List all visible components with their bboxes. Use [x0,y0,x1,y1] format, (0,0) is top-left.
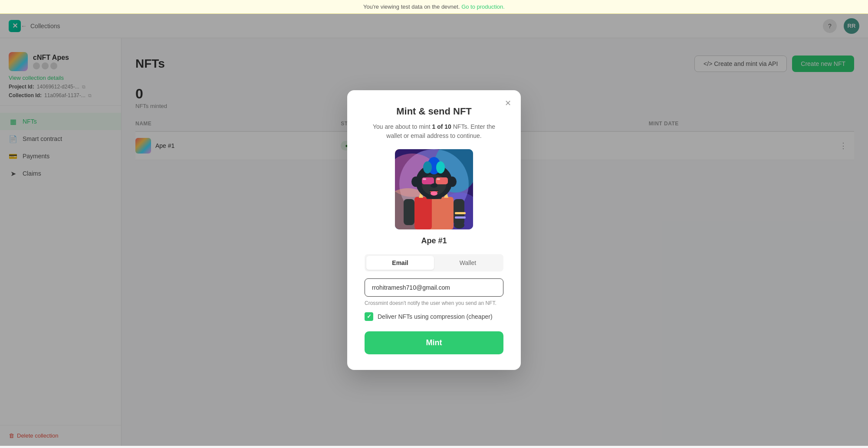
modal-nft-name: Ape #1 [365,236,503,245]
banner-link[interactable]: Go to production. [461,3,505,10]
compression-checkbox[interactable] [365,312,373,321]
modal: ✕ Mint & send NFT You are about to mint … [347,90,521,370]
compression-checkbox-row: Deliver NFTs using compression (cheaper) [365,312,503,321]
svg-point-25 [423,161,432,173]
svg-point-29 [454,222,464,229]
svg-point-23 [448,177,457,187]
compression-label: Deliver NFTs using compression (cheaper) [378,313,493,320]
svg-rect-18 [423,178,426,180]
svg-rect-31 [455,216,466,219]
modal-title: Mint & send NFT [365,106,503,117]
tab-switcher: Email Wallet [365,254,503,271]
nft-preview [395,149,473,229]
top-banner: You're viewing test data on the devnet. … [0,0,868,14]
modal-overlay: ✕ Mint & send NFT You are about to mint … [0,14,868,446]
input-notice: Crossmint doesn't notify the user when y… [365,300,503,306]
svg-point-21 [431,191,437,196]
svg-point-26 [436,161,445,173]
tab-email-button[interactable]: Email [366,256,434,270]
banner-text: You're viewing test data on the devnet. [363,3,460,10]
email-input[interactable] [365,278,503,297]
svg-rect-27 [404,199,414,225]
svg-point-20 [431,183,437,188]
modal-close-button[interactable]: ✕ [502,97,514,109]
svg-rect-19 [437,178,440,180]
svg-rect-7 [414,197,432,229]
svg-rect-30 [455,212,466,214]
tab-wallet-button[interactable]: Wallet [434,256,502,270]
modal-subtitle: You are about to mint 1 of 10 NFTs. Ente… [365,122,503,141]
svg-point-22 [411,177,420,187]
subtitle-pre: You are about to mint [373,123,432,130]
mint-button[interactable]: Mint [365,331,503,354]
subtitle-bold: 1 of 10 [432,123,451,130]
